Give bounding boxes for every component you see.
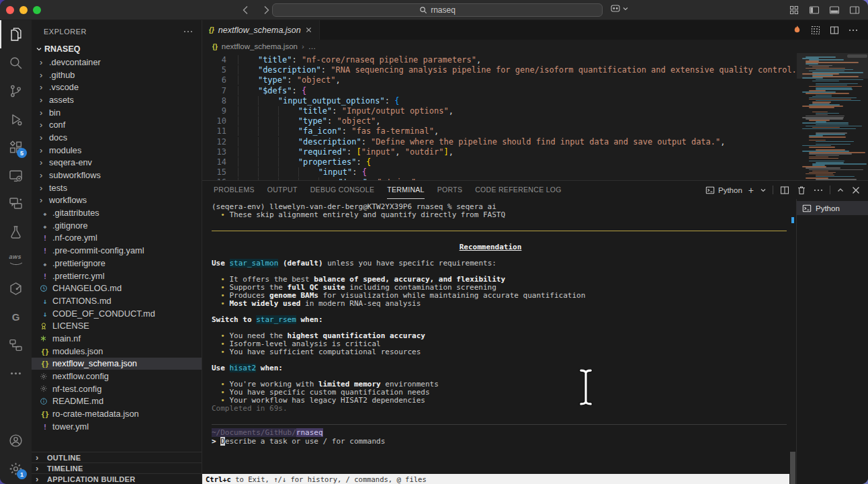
folder-row[interactable]: ›.vscode (32, 81, 202, 93)
maximize-panel-icon[interactable] (836, 186, 844, 194)
activity-aws-icon[interactable]: aws (0, 246, 32, 274)
code-line: 4 "title": "nf-core/rnaseq pipeline para… (202, 55, 797, 65)
new-terminal-button[interactable]: + (748, 186, 754, 195)
activity-search-icon[interactable] (0, 48, 32, 77)
split-terminal-icon[interactable] (779, 185, 790, 196)
activity-remote-explorer-icon[interactable] (0, 161, 32, 190)
command-center-search[interactable]: rnaseq (272, 3, 603, 17)
folder-row[interactable]: ›assets (32, 93, 202, 106)
file-row[interactable]: {}modules.json (32, 345, 202, 358)
terminal-scrollbar[interactable] (789, 199, 796, 484)
breadcrumb[interactable]: {} nextflow_schema.json › … (202, 40, 868, 53)
item-label: seqera-env (49, 157, 92, 167)
activity-hexagon-tool-icon[interactable] (0, 274, 32, 302)
activity-run-debug-icon[interactable] (0, 105, 32, 133)
copilot-menu[interactable] (610, 3, 629, 14)
ai-prompt-line[interactable]: > Describe a task or use / for commands (212, 438, 787, 446)
close-panel-icon[interactable] (851, 185, 861, 196)
folder-row[interactable]: ›docs (32, 131, 202, 144)
toggle-panel-icon[interactable] (828, 4, 840, 15)
toggle-secondary-sidebar-icon[interactable] (849, 4, 860, 15)
activity-source-control-icon[interactable] (0, 77, 32, 105)
activity-gitlens-icon[interactable]: G (0, 302, 32, 331)
close-window-button[interactable] (6, 6, 14, 14)
panel-tab-problems[interactable]: PROBLEMS (214, 181, 255, 199)
file-row[interactable]: LICENSE (32, 319, 202, 332)
terminal-ai-input[interactable]: ~/Documents/GitHub/rnaseq > Describe a t… (212, 424, 787, 446)
folder-row[interactable]: ›.devcontainer (32, 56, 202, 69)
folder-row[interactable]: ›modules (32, 144, 202, 157)
schema-tools-icon[interactable] (810, 25, 821, 36)
file-row[interactable]: README.md (32, 395, 202, 408)
info-file-icon (40, 397, 50, 405)
terminal-dropdown-icon[interactable] (760, 187, 767, 194)
activity-more-icon[interactable] (0, 359, 32, 387)
scrollbar-thumb[interactable] (790, 452, 795, 484)
file-row[interactable]: ↓CODE_OF_CONDUCT.md (32, 307, 202, 320)
terminal-list-item[interactable]: Python (797, 201, 868, 215)
activity-testing-icon[interactable] (0, 218, 32, 246)
file-row[interactable]: CHANGELOG.md (32, 282, 202, 294)
terminal[interactable]: (seqera-env) llewelyn-van-der-berg@KTW2Y… (202, 199, 796, 484)
code-editor[interactable]: 4 "title": "nf-core/rnaseq pipeline para… (202, 53, 868, 180)
file-row[interactable]: !.pre-commit-config.yaml (32, 244, 202, 257)
panel-more-actions-icon[interactable] (813, 185, 824, 196)
navigate-forward-icon[interactable] (259, 3, 273, 17)
close-tab-icon[interactable] (305, 26, 312, 34)
activity-organization-icon[interactable] (0, 331, 32, 359)
file-row[interactable]: ◆.gitignore (32, 219, 202, 232)
folder-row[interactable]: ›conf (32, 118, 202, 131)
panel-tab-code-reference-log[interactable]: CODE REFERENCE LOG (475, 181, 562, 199)
editor-more-actions-icon[interactable] (848, 25, 859, 36)
file-row[interactable]: nf-test.config (32, 382, 202, 395)
navigate-back-icon[interactable] (239, 3, 253, 17)
file-row[interactable]: ◆.gitattributes (32, 206, 202, 219)
activity-extensions-icon[interactable]: 5 (0, 133, 32, 161)
file-row[interactable]: ◆.prettierignore (32, 257, 202, 270)
section-outline[interactable]: ›OUTLINE (32, 452, 202, 462)
folder-row[interactable]: ›seqera-env (32, 157, 202, 169)
editor-scrollbar[interactable] (847, 54, 867, 58)
explorer-more-actions-icon[interactable] (183, 26, 193, 37)
panel-tab-terminal[interactable]: TERMINAL (387, 181, 425, 199)
activity-accounts-icon[interactable] (0, 426, 32, 454)
minimap[interactable] (797, 53, 868, 180)
terminal-profile-label[interactable]: Python (705, 186, 742, 195)
code-line: 13 "required": ["input", "outdir"], (202, 147, 797, 157)
panel-tab-output[interactable]: OUTPUT (267, 181, 298, 199)
flame-icon[interactable] (792, 25, 802, 35)
folder-row[interactable]: ›.github (32, 69, 202, 81)
zoom-window-button[interactable] (33, 6, 41, 14)
activity-chat-icon[interactable] (0, 190, 32, 218)
folder-row[interactable]: ›subworkflows (32, 169, 202, 182)
file-row[interactable]: ↓CITATIONS.md (32, 294, 202, 307)
file-row[interactable]: !tower.yml (32, 420, 202, 433)
item-label: workflows (49, 195, 87, 205)
file-row[interactable]: nextflow.config (32, 370, 202, 382)
section-label: OUTLINE (47, 454, 81, 462)
toggle-primary-sidebar-icon[interactable] (808, 4, 820, 15)
folder-row[interactable]: ›tests (32, 182, 202, 194)
split-editor-icon[interactable] (829, 25, 840, 36)
section-application-builder[interactable]: ›APPLICATION BUILDER (32, 473, 202, 484)
file-row[interactable]: !.prettierrc.yml (32, 270, 202, 282)
chevron-right-icon: › (40, 184, 49, 192)
badge: 5 (17, 148, 27, 158)
workspace-root-folder[interactable]: RNASEQ (32, 42, 202, 56)
file-row[interactable]: {}ro-crate-metadata.json (32, 407, 202, 420)
activity-explorer-icon[interactable] (0, 20, 32, 48)
customize-layout-icon[interactable] (788, 4, 799, 15)
kill-terminal-icon[interactable] (796, 185, 807, 196)
section-timeline[interactable]: ›TIMELINE (32, 462, 202, 473)
file-row[interactable]: main.nf (32, 332, 202, 345)
tab-nextflow-schema[interactable]: {} nextflow_schema.json (202, 20, 320, 40)
activity-settings-icon[interactable]: 1 (0, 454, 32, 483)
folder-row[interactable]: ›bin (32, 106, 202, 119)
folder-row[interactable]: ›workflows (32, 194, 202, 207)
file-row[interactable]: !.nf-core.yml (32, 232, 202, 245)
minimize-window-button[interactable] (19, 6, 28, 14)
panel-tab-ports[interactable]: PORTS (437, 181, 462, 199)
code-line: 12 "description": "Define where the pipe… (202, 137, 797, 147)
panel-tab-debug-console[interactable]: DEBUG CONSOLE (310, 181, 375, 199)
file-row[interactable]: {}nextflow_schema.json (32, 358, 202, 370)
